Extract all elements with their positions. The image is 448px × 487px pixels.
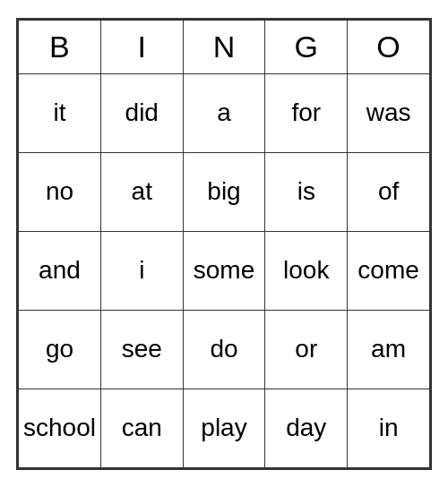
table-cell: did <box>100 73 183 152</box>
table-cell: it <box>19 73 101 152</box>
table-cell: do <box>183 310 265 389</box>
table-row: goseedooram <box>19 310 430 389</box>
table-cell: at <box>100 152 183 231</box>
header-o: O <box>348 20 430 73</box>
table-row: itdidaforwas <box>19 73 430 152</box>
table-cell: a <box>183 73 265 152</box>
table-row: noatbigisof <box>19 152 430 231</box>
bingo-body: itdidaforwasnoatbigisofandisomelookcomeg… <box>19 73 430 467</box>
table-cell: am <box>348 310 430 389</box>
bingo-table: B I N G O itdidaforwasnoatbigisofandisom… <box>18 20 430 468</box>
table-cell: day <box>265 389 348 467</box>
header-g: G <box>265 20 348 73</box>
table-cell: play <box>183 389 265 467</box>
table-cell: of <box>348 152 430 231</box>
table-cell: go <box>19 310 101 389</box>
table-cell: or <box>265 310 348 389</box>
table-cell: and <box>19 231 101 310</box>
header-i: I <box>100 20 183 73</box>
table-cell: see <box>100 310 183 389</box>
table-cell: in <box>348 389 430 467</box>
table-cell: i <box>100 231 183 310</box>
table-cell: come <box>348 231 430 310</box>
header-n: N <box>183 20 265 73</box>
table-cell: was <box>348 73 430 152</box>
table-cell: is <box>265 152 348 231</box>
bingo-card: B I N G O itdidaforwasnoatbigisofandisom… <box>16 18 432 470</box>
table-cell: some <box>183 231 265 310</box>
table-cell: no <box>19 152 101 231</box>
table-cell: can <box>100 389 183 467</box>
table-cell: look <box>265 231 348 310</box>
table-row: andisomelookcome <box>19 231 430 310</box>
header-b: B <box>19 20 101 73</box>
table-row: schoolcanplaydayin <box>19 389 430 467</box>
table-cell: for <box>265 73 348 152</box>
table-cell: big <box>183 152 265 231</box>
header-row: B I N G O <box>19 20 430 73</box>
table-cell: school <box>19 389 101 467</box>
